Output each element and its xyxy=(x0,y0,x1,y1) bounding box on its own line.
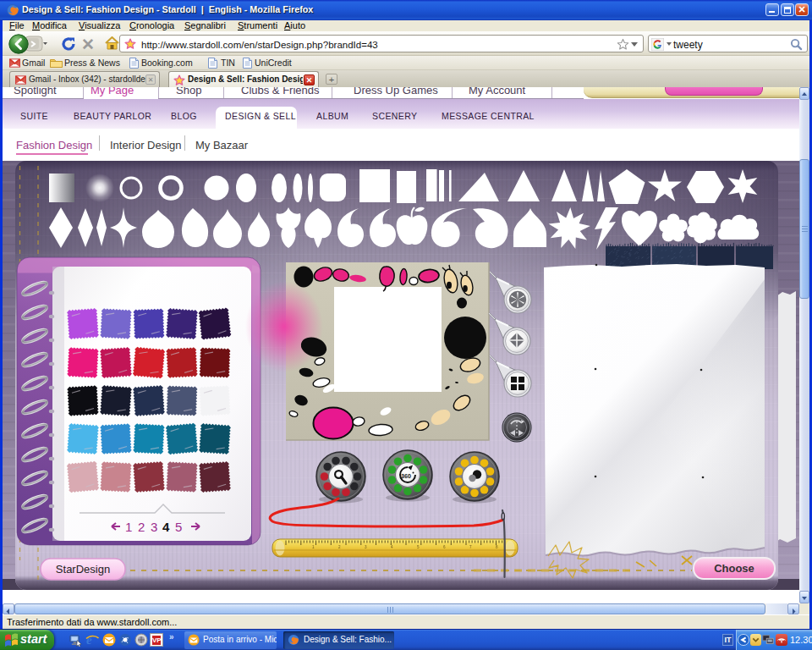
svg-text:4: 4 xyxy=(162,520,170,534)
svg-text:4: 4 xyxy=(391,545,393,549)
svg-text:360: 360 xyxy=(401,472,411,480)
svg-text:Choose: Choose xyxy=(714,562,754,575)
svg-text:5: 5 xyxy=(417,545,420,549)
svg-text:2: 2 xyxy=(338,545,341,549)
svg-text:StarDesign: StarDesign xyxy=(56,563,110,576)
svg-text:2: 2 xyxy=(138,520,145,534)
svg-text:e: e xyxy=(86,633,92,647)
svg-text:3: 3 xyxy=(151,520,157,534)
svg-text:7: 7 xyxy=(469,545,472,549)
svg-text:1: 1 xyxy=(312,545,315,549)
svg-text:1: 1 xyxy=(125,520,132,534)
svg-text:5: 5 xyxy=(175,520,182,534)
svg-text:3: 3 xyxy=(365,545,367,549)
svg-text:8: 8 xyxy=(496,545,498,549)
svg-text:6: 6 xyxy=(443,545,446,549)
